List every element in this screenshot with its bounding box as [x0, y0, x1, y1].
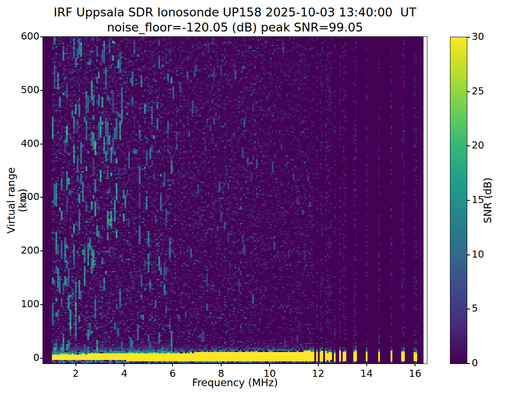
x-tick-mark — [318, 364, 319, 366]
y-tick-label: 300 — [13, 191, 39, 202]
colorbar-tick-label: 10 — [472, 249, 498, 260]
x-tick-label: 8 — [208, 368, 235, 379]
y-tick-label: 0 — [13, 352, 39, 363]
y-tick-mark — [40, 304, 43, 305]
colorbar-tick-mark — [467, 363, 470, 364]
colorbar-tick-label: 5 — [472, 303, 498, 314]
colorbar-tick-mark — [467, 309, 470, 309]
y-tick-mark — [40, 144, 43, 145]
y-tick-mark — [40, 90, 43, 91]
x-tick-label: 10 — [256, 368, 283, 379]
colorbar-tick-mark — [467, 200, 470, 201]
colorbar-tick-label: 20 — [472, 140, 498, 151]
x-tick-mark — [366, 364, 367, 366]
colorbar-tick-mark — [467, 91, 470, 92]
y-tick-mark — [40, 250, 43, 251]
x-tick-label: 4 — [111, 368, 137, 379]
x-tick-mark — [269, 364, 270, 366]
colorbar-tick-mark — [467, 254, 470, 255]
x-tick-label: 12 — [305, 368, 332, 379]
y-tick-label: 400 — [13, 138, 39, 149]
y-tick-mark — [40, 197, 43, 198]
x-tick-label: 6 — [159, 368, 186, 379]
y-tick-mark — [40, 36, 43, 37]
colorbar-tick-label: 0 — [472, 357, 498, 368]
x-tick-mark — [75, 364, 76, 366]
x-tick-label: 16 — [402, 368, 428, 379]
x-tick-mark — [415, 364, 415, 366]
colorbar-tick-label: 30 — [472, 31, 498, 42]
x-tick-mark — [124, 364, 125, 366]
x-tick-label: 2 — [63, 368, 89, 379]
plot-subtitle: noise_floor=-120.05 (dB) peak SNR=99.05 — [43, 20, 427, 35]
y-tick-label: 500 — [13, 84, 39, 95]
colorbar-tick-mark — [467, 37, 470, 38]
colorbar — [450, 37, 467, 364]
plot-title: IRF Uppsala SDR Ionosonde UP158 2025-10-… — [43, 5, 427, 20]
y-tick-label: 600 — [13, 31, 39, 42]
x-tick-mark — [172, 364, 173, 366]
colorbar-tick-label: 25 — [472, 86, 498, 97]
y-tick-mark — [40, 358, 43, 359]
plot-area — [43, 36, 427, 364]
x-tick-mark — [221, 364, 222, 366]
colorbar-tick-mark — [467, 145, 470, 146]
ionogram-figure: IRF Uppsala SDR Ionosonde UP158 2025-10-… — [0, 0, 532, 399]
colorbar-tick-label: 15 — [472, 194, 498, 205]
y-tick-label: 100 — [13, 298, 39, 309]
y-tick-label: 200 — [13, 245, 39, 256]
heatmap-canvas — [43, 37, 427, 364]
x-tick-label: 14 — [353, 368, 380, 379]
colorbar-gradient — [450, 37, 467, 364]
